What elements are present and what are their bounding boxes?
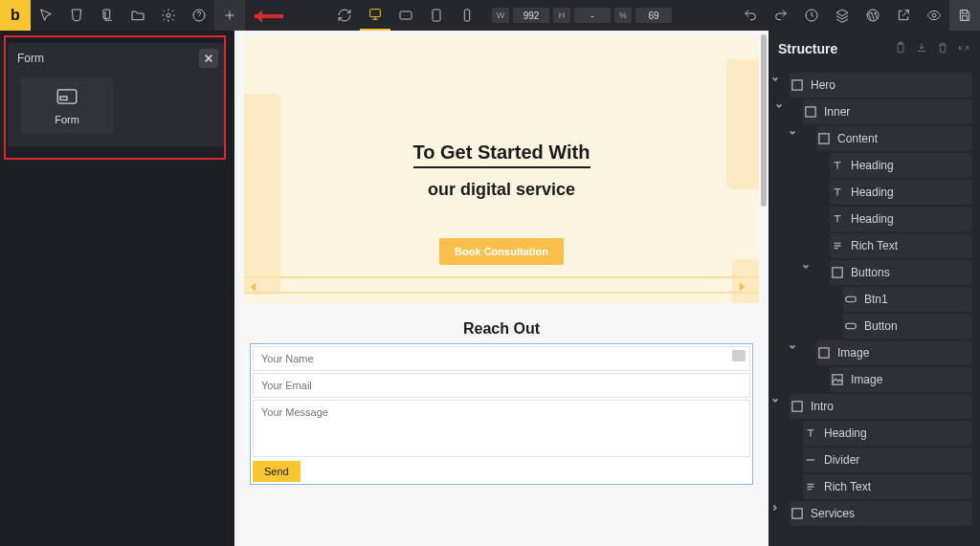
- section-icon: [790, 401, 805, 412]
- close-icon[interactable]: [199, 49, 218, 68]
- hero-section[interactable]: To Get Started With our digital service …: [244, 36, 759, 303]
- tree-node-divider[interactable]: Divider: [803, 448, 972, 472]
- external-link-icon[interactable]: [888, 0, 919, 31]
- mobile-icon[interactable]: [452, 0, 482, 31]
- chevron-down-icon[interactable]: [772, 94, 786, 119]
- paragraph-icon: [803, 481, 818, 492]
- svg-rect-15: [792, 80, 802, 90]
- tablet-portrait-icon[interactable]: [421, 0, 452, 31]
- structure-tree[interactable]: Hero Inner Content Heading Heading Headi…: [768, 67, 980, 528]
- send-button[interactable]: Send: [253, 461, 301, 482]
- form-tile-label: Form: [21, 114, 113, 125]
- wordpress-icon[interactable]: [858, 0, 888, 31]
- chevron-right-icon[interactable]: [768, 495, 782, 520]
- tree-label: Button: [864, 319, 898, 333]
- tree-label: Buttons: [851, 266, 890, 279]
- css-icon[interactable]: [61, 0, 92, 31]
- svg-rect-16: [806, 107, 815, 117]
- pages-icon[interactable]: [92, 0, 122, 31]
- scrollbar-thumb[interactable]: [761, 34, 767, 207]
- text-icon: [830, 160, 845, 171]
- form-popover-title: Form: [17, 52, 44, 65]
- tree-node-button[interactable]: Button: [843, 314, 972, 339]
- image-icon: [830, 374, 845, 385]
- reach-out-heading[interactable]: Reach Out: [244, 320, 759, 338]
- tree-node-inner[interactable]: Inner: [803, 99, 972, 124]
- hero-heading-2[interactable]: our digital service: [263, 180, 740, 200]
- message-field[interactable]: [254, 401, 749, 452]
- tree-label: Heading: [851, 212, 894, 226]
- tree-node-image[interactable]: Image: [830, 367, 972, 392]
- decorative-shape: [726, 59, 759, 189]
- hero-heading-1[interactable]: To Get Started With: [413, 142, 590, 168]
- tree-label: Image: [837, 346, 869, 360]
- svg-rect-4: [400, 11, 412, 19]
- save-icon[interactable]: [949, 0, 980, 31]
- dim-w-value[interactable]: 992: [513, 8, 549, 23]
- tree-node-image-group[interactable]: Image: [816, 340, 972, 365]
- refresh-icon[interactable]: [329, 0, 360, 31]
- trash-icon[interactable]: [936, 41, 949, 57]
- tree-label: Services: [811, 507, 855, 520]
- text-icon: [830, 213, 845, 225]
- form-popover: Form Form: [8, 43, 226, 146]
- desktop-breakpoint-icon[interactable]: [360, 0, 390, 31]
- undo-icon[interactable]: [735, 0, 766, 31]
- svg-rect-18: [833, 268, 842, 277]
- paragraph-icon: [830, 240, 845, 251]
- tree-node-heading[interactable]: Heading: [830, 207, 972, 231]
- form-element-tile[interactable]: Form: [21, 77, 113, 133]
- folder-icon[interactable]: [122, 0, 153, 31]
- svg-rect-0: [103, 10, 110, 18]
- gear-icon[interactable]: [153, 0, 184, 31]
- preview-icon[interactable]: [919, 0, 949, 31]
- tree-node-btn1[interactable]: Btn1: [843, 287, 972, 312]
- collapse-icon[interactable]: [957, 41, 970, 57]
- name-field[interactable]: [254, 347, 749, 370]
- chevron-down-icon[interactable]: [786, 120, 799, 145]
- tree-node-content[interactable]: Content: [816, 126, 972, 151]
- help-icon[interactable]: [184, 0, 214, 31]
- svg-rect-3: [370, 10, 381, 17]
- canvas-scrollbar[interactable]: [761, 31, 767, 546]
- chevron-right-icon[interactable]: [740, 282, 749, 292]
- contact-form[interactable]: Send: [250, 343, 753, 485]
- download-icon[interactable]: [915, 41, 928, 57]
- tree-node-services[interactable]: Services: [790, 501, 972, 526]
- chevron-down-icon[interactable]: [786, 335, 799, 360]
- tree-node-intro[interactable]: Intro: [790, 394, 972, 419]
- tree-node-buttons[interactable]: Buttons: [830, 260, 972, 285]
- add-element-button[interactable]: [214, 0, 245, 31]
- svg-rect-17: [819, 134, 829, 143]
- tree-node-hero[interactable]: Hero: [790, 73, 972, 98]
- structure-panel: Structure Hero Inner Content Heading Hea…: [768, 31, 980, 546]
- tree-label: Btn1: [864, 293, 888, 306]
- tree-node-heading[interactable]: Heading: [803, 421, 972, 446]
- history-icon[interactable]: [796, 0, 827, 31]
- tree-node-richtext[interactable]: Rich Text: [830, 233, 972, 258]
- chevron-down-icon[interactable]: [799, 254, 813, 279]
- tablet-landscape-icon[interactable]: [390, 0, 421, 31]
- reach-out-section[interactable]: Reach Out Send: [244, 320, 759, 485]
- chevron-down-icon[interactable]: [768, 67, 782, 92]
- svg-rect-12: [60, 97, 67, 100]
- email-field[interactable]: [254, 374, 749, 397]
- redo-icon[interactable]: [766, 0, 796, 31]
- svg-rect-23: [792, 402, 802, 411]
- book-consultation-button[interactable]: Book Consultation: [439, 238, 564, 265]
- tree-node-heading[interactable]: Heading: [830, 180, 972, 205]
- tree-label: Intro: [811, 400, 834, 413]
- dim-h-value[interactable]: -: [574, 8, 611, 23]
- tree-label: Inner: [824, 105, 850, 119]
- cursor-icon[interactable]: [31, 0, 61, 31]
- clipboard-icon[interactable]: [894, 41, 907, 57]
- dim-pct-value[interactable]: 69: [635, 8, 672, 23]
- chevron-down-icon[interactable]: [768, 388, 782, 413]
- chevron-left-icon[interactable]: [246, 282, 256, 292]
- canvas[interactable]: To Get Started With our digital service …: [234, 31, 768, 546]
- tree-node-heading[interactable]: Heading: [830, 153, 972, 178]
- section-divider: [244, 292, 759, 294]
- tree-node-richtext[interactable]: Rich Text: [803, 474, 972, 499]
- topbar: b W 992 H - % 69: [0, 0, 980, 31]
- layers-icon[interactable]: [827, 0, 858, 31]
